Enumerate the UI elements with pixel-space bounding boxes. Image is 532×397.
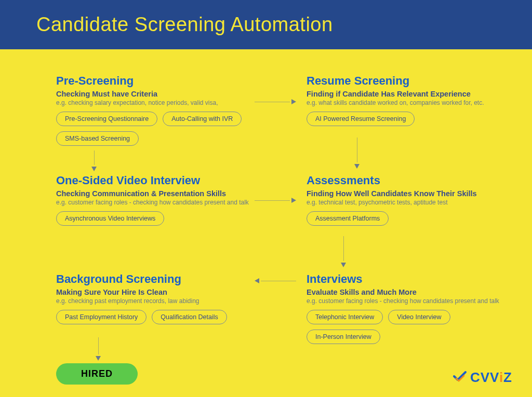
block-subtitle: Checking Must have Criteria [56, 90, 269, 98]
block-title: Background Screening [56, 272, 269, 286]
diagram-page: Candidate Screening Automation Pre-Scree… [0, 0, 532, 397]
arrow-video-to-assessments [255, 200, 296, 201]
pill: Past Employment History [56, 310, 147, 324]
pill: In-Person Interview [307, 330, 380, 344]
block-subtitle: Evaluate Skills and Much More [307, 288, 520, 296]
logo-mark-icon [453, 369, 467, 386]
block-example: e.g. what skills candidate worked on, co… [307, 99, 520, 106]
pill: Qualification Details [152, 310, 227, 324]
block-example: e.g. checking salary expectation, notice… [56, 99, 269, 106]
block-subtitle: Making Sure Your Hire Is Clean [56, 288, 269, 296]
pill-group: AI Powered Resume Screening [307, 112, 520, 126]
arrow-resume-to-assessments [356, 138, 357, 169]
block-subtitle: Checking Communication & Presentation Sk… [56, 189, 269, 198]
block-video-interview: One-Sided Video Interview Checking Commu… [56, 174, 269, 226]
arrow-pre-to-video [94, 150, 95, 171]
pill-group: Telephonic Interview Video Interview In-… [307, 310, 520, 344]
pill: AI Powered Resume Screening [307, 112, 415, 126]
block-assessments: Assessments Finding How Well Candidates … [307, 174, 520, 226]
arrow-interviews-to-background [255, 280, 296, 281]
page-title: Candidate Screening Automation [36, 13, 333, 36]
pill: SMS-based Screening [56, 131, 139, 146]
hired-badge: HIRED [56, 363, 138, 385]
block-resume-screening: Resume Screening Finding if Candidate Ha… [307, 74, 520, 126]
block-title: One-Sided Video Interview [56, 174, 269, 187]
block-title: Interviews [307, 272, 520, 286]
block-interviews: Interviews Evaluate Skills and Much More… [307, 272, 520, 344]
pill: Assessment Platforms [307, 211, 389, 226]
block-title: Assessments [307, 174, 520, 187]
logo-text-tail: Z [503, 369, 512, 385]
pill: Pre-Screening Questionnaire [56, 112, 157, 126]
arrow-background-to-hired [98, 337, 99, 361]
pill-group: Asynchronous Video Interviews [56, 211, 269, 226]
logo-text-main: CVV [470, 369, 499, 385]
block-example: e.g. customer facing roles - checking ho… [56, 199, 269, 206]
block-title: Pre-Screening [56, 74, 269, 88]
block-subtitle: Finding How Well Candidates Know Their S… [307, 189, 520, 198]
block-pre-screening: Pre-Screening Checking Must have Criteri… [56, 74, 269, 146]
header-bar: Candidate Screening Automation [0, 0, 532, 49]
block-subtitle: Finding if Candidate Has Relevant Experi… [307, 90, 520, 98]
pill: Video Interview [388, 310, 450, 324]
pill-group: Assessment Platforms [307, 211, 520, 226]
arrow-pre-to-resume [255, 101, 296, 102]
block-example: e.g. technical test, psychometric tests,… [307, 199, 520, 206]
pill: Asynchronous Video Interviews [56, 211, 164, 226]
block-background-screening: Background Screening Making Sure Your Hi… [56, 272, 269, 324]
pill: Auto-Calling with IVR [163, 112, 242, 126]
pill-group: Pre-Screening Questionnaire Auto-Calling… [56, 112, 269, 146]
logo-text: CVViZ [470, 369, 512, 386]
logo-text-accent: i [499, 369, 503, 385]
block-example: e.g. customer facing roles - checking ho… [307, 297, 520, 305]
pill: Telephonic Interview [307, 310, 383, 324]
block-title: Resume Screening [307, 74, 520, 88]
pill-group: Past Employment History Qualification De… [56, 310, 269, 324]
block-example: e.g. checking past employment records, l… [56, 297, 269, 305]
arrow-assessments-to-interviews [343, 236, 344, 267]
diagram-content: Pre-Screening Checking Must have Criteri… [0, 49, 532, 397]
brand-logo: CVViZ [453, 369, 512, 386]
